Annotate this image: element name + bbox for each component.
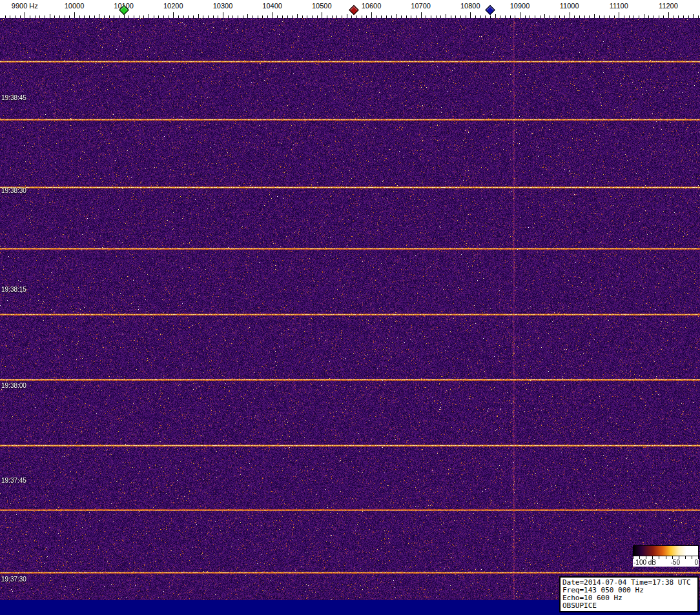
freq-tick — [624, 15, 624, 18]
freq-tick — [243, 15, 243, 18]
freq-tick — [94, 15, 95, 18]
freq-tick — [495, 14, 496, 18]
freq-tick — [193, 15, 194, 18]
freq-tick — [282, 15, 283, 18]
freq-tick — [574, 15, 575, 18]
freq-tick — [619, 12, 619, 18]
freq-tick — [208, 15, 209, 18]
freq-tick — [134, 15, 134, 18]
freq-tick — [426, 15, 426, 18]
marker-red-icon[interactable] — [349, 5, 359, 15]
freq-tick — [555, 15, 555, 18]
freq-tick — [633, 15, 634, 18]
freq-tick — [183, 15, 184, 18]
freq-tick — [386, 15, 387, 18]
time-label: 19:37:45 — [1, 477, 26, 484]
colorbar-label-mid: -50 — [671, 559, 680, 567]
freq-tick — [143, 15, 144, 18]
time-label: 19:38:15 — [1, 286, 26, 293]
time-label: 19:38:30 — [1, 187, 26, 194]
freq-tick-label: 11200 — [659, 2, 678, 10]
freq-tick-label: 10200 — [163, 2, 183, 10]
freq-tick — [510, 15, 511, 18]
freq-tick — [238, 15, 238, 18]
freq-tick — [327, 15, 327, 18]
freq-tick-label: 9900 Hz — [12, 2, 38, 10]
freq-tick — [59, 15, 60, 18]
freq-tick — [188, 15, 189, 18]
freq-tick — [213, 15, 214, 18]
freq-tick-label: 10800 — [460, 2, 480, 10]
freq-tick — [74, 12, 75, 18]
freq-tick-label: 11100 — [610, 2, 628, 10]
freq-tick — [480, 15, 481, 18]
freq-tick — [683, 15, 684, 18]
freq-tick — [247, 14, 248, 18]
freq-tick — [317, 15, 318, 18]
freq-tick — [20, 15, 21, 18]
frequency-ruler[interactable]: 9900 Hz100001010010200103001040010500106… — [0, 0, 700, 18]
time-label: 19:37:30 — [1, 576, 26, 583]
freq-tick — [381, 15, 382, 18]
freq-tick — [99, 14, 99, 18]
freq-tick — [629, 15, 630, 18]
colorbar-labels: -100 dB -50 0 — [633, 559, 699, 567]
freq-tick — [129, 15, 129, 18]
freq-tick — [154, 15, 154, 18]
freq-tick — [436, 15, 437, 18]
freq-tick — [223, 12, 223, 18]
freq-tick — [262, 15, 263, 18]
freq-tick — [15, 15, 15, 18]
freq-tick — [559, 15, 560, 18]
freq-tick-label: 10700 — [411, 2, 431, 10]
freq-tick — [530, 15, 530, 18]
freq-tick-label: 10600 — [362, 2, 382, 10]
freq-tick — [273, 12, 273, 18]
freq-tick — [411, 15, 411, 18]
freq-tick — [455, 15, 456, 18]
freq-tick — [109, 15, 110, 18]
freq-tick — [65, 15, 65, 18]
freq-tick — [594, 14, 595, 18]
freq-tick — [336, 15, 337, 18]
freq-tick — [663, 15, 664, 18]
freq-tick — [674, 15, 674, 18]
freq-tick — [307, 15, 307, 18]
freq-tick — [446, 14, 446, 18]
freq-tick-label: 10400 — [262, 2, 282, 10]
freq-tick — [302, 15, 303, 18]
freq-tick — [440, 15, 441, 18]
freq-tick — [356, 15, 357, 18]
freq-tick — [322, 12, 322, 18]
freq-tick — [500, 15, 500, 18]
freq-tick — [169, 15, 169, 18]
freq-tick — [173, 12, 174, 18]
freq-tick — [114, 15, 114, 18]
spectrogram-app: 9900 Hz100001010010200103001040010500106… — [0, 0, 700, 615]
freq-tick — [139, 15, 139, 18]
freq-tick — [654, 15, 654, 18]
freq-tick — [376, 15, 377, 18]
freq-tick — [639, 15, 639, 18]
freq-tick — [505, 15, 506, 18]
freq-tick — [30, 15, 30, 18]
freq-tick — [362, 15, 362, 18]
freq-tick — [69, 15, 70, 18]
freq-tick — [535, 15, 535, 18]
freq-tick — [10, 15, 10, 18]
freq-tick — [604, 15, 604, 18]
time-label: 19:38:45 — [1, 94, 26, 101]
colorbar-label-max: 0 — [694, 559, 698, 567]
freq-tick — [89, 15, 90, 18]
freq-tick — [35, 15, 36, 18]
freq-tick — [525, 15, 526, 18]
freq-tick — [25, 12, 25, 18]
freq-tick — [579, 15, 580, 18]
freq-tick-label: 10500 — [312, 2, 332, 10]
freq-tick — [79, 15, 80, 18]
freq-tick — [668, 12, 669, 18]
marker-blue-icon[interactable] — [485, 5, 495, 15]
waterfall-canvas[interactable] — [0, 18, 700, 600]
freq-tick — [698, 15, 699, 18]
freq-tick — [297, 14, 298, 18]
